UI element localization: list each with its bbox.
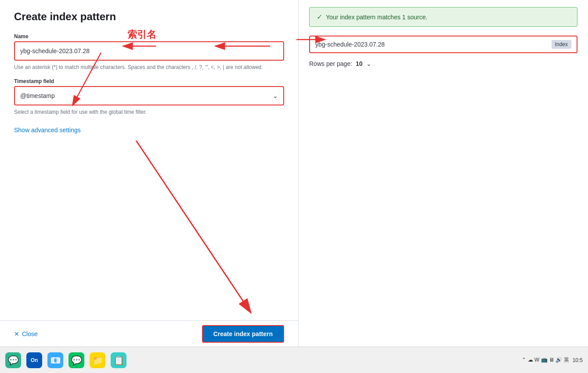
wechat-taskbar-icon[interactable]: 💬 <box>69 352 84 368</box>
timestamp-input[interactable] <box>15 87 267 105</box>
timestamp-hint: Select a timestamp field for use with th… <box>14 108 284 116</box>
main-container: Create index pattern Name Use an asteris… <box>0 0 588 347</box>
left-footer: ✕ Close Create index pattern <box>0 320 298 347</box>
index-badge: Index <box>552 40 571 49</box>
close-button[interactable]: ✕ Close <box>14 330 38 337</box>
on-taskbar-icon[interactable]: On <box>26 352 42 368</box>
rows-per-page[interactable]: Rows per page: 10 ⌄ <box>309 60 577 67</box>
name-input[interactable] <box>15 42 283 60</box>
taskbar: 💬 On 📧 💬 📁 📋 ⌃ ☁ W 📺 🖥 🔊 英 10:5 <box>0 347 588 373</box>
email-taskbar-icon[interactable]: 📧 <box>47 352 63 368</box>
timestamp-chevron-icon[interactable]: ⌄ <box>267 92 283 99</box>
close-x-icon: ✕ <box>14 330 19 337</box>
close-label: Close <box>22 330 38 337</box>
taskbar-time-display: 10:5 <box>573 357 583 363</box>
match-banner: ✓ Your index pattern matches 1 source. <box>309 7 577 27</box>
left-panel: Create index pattern Name Use an asteris… <box>0 0 299 347</box>
annotation-label: 索引名 <box>127 28 156 41</box>
check-icon: ✓ <box>317 13 322 21</box>
taskbar-system: ⌃ ☁ W 📺 🖥 🔊 英 10:5 <box>522 356 583 364</box>
create-index-pattern-button[interactable]: Create index pattern <box>202 325 284 343</box>
taskbar-time: 10:5 <box>573 357 583 363</box>
index-name: ybg-schedule-2023.07.28 <box>315 41 385 48</box>
timestamp-input-wrapper: ⌄ <box>14 86 284 105</box>
advanced-settings-link[interactable]: Show advanced settings <box>14 127 284 134</box>
timestamp-form-group: Timestamp field ⌄ Select a timestamp fie… <box>14 78 284 116</box>
taskbar-system-tray: ⌃ ☁ W 📺 🖥 🔊 英 <box>522 356 569 364</box>
app-taskbar-icon[interactable]: 📋 <box>111 352 126 368</box>
right-panel: ✓ Your index pattern matches 1 source. y… <box>299 0 588 347</box>
chat-taskbar-icon[interactable]: 💬 <box>5 352 21 368</box>
name-hint: Use an asterisk (*) to match multiple ch… <box>14 63 284 71</box>
name-input-wrapper <box>14 41 284 61</box>
rows-chevron-icon[interactable]: ⌄ <box>366 60 372 67</box>
folder-taskbar-icon[interactable]: 📁 <box>90 352 105 368</box>
page-title: Create index pattern <box>14 11 284 23</box>
rows-label: Rows per page: <box>309 60 352 67</box>
timestamp-label: Timestamp field <box>14 78 284 84</box>
index-row: ybg-schedule-2023.07.28 Index <box>309 36 577 53</box>
match-message: Your index pattern matches 1 source. <box>326 14 427 21</box>
rows-value: 10 <box>356 60 363 67</box>
